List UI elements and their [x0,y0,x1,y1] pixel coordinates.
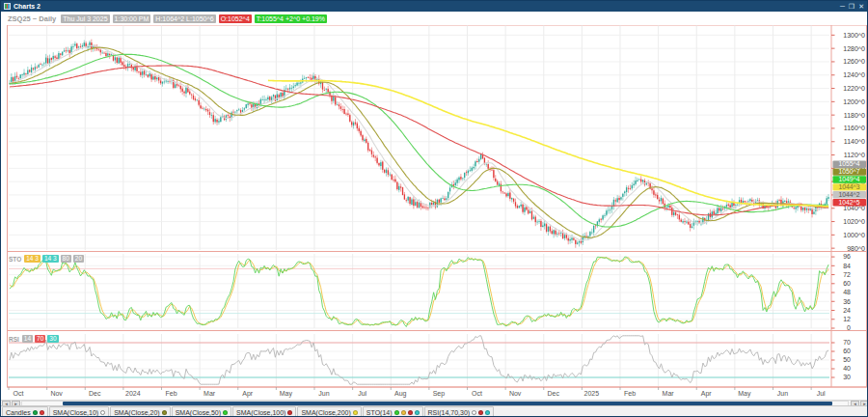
x-axis-label: Feb [624,390,636,397]
x-axis-label: Jun [777,390,788,397]
last-price-badge: 1055^4 [838,160,859,167]
legend-color-dot [415,410,420,415]
rsi-param-badge-2: 30 [47,335,58,343]
x-axis-label: Jun [318,390,329,397]
sma10-value-badge: 1044^2 [838,191,859,198]
rsi-axis-tick: 30 [843,374,851,380]
sto-label: STO [9,256,21,263]
close-button[interactable]: ✕ [858,2,864,11]
sto-param-badge-2: 80 [61,255,71,263]
sto-axis-tick: 48 [843,289,851,295]
x-axis-label: Sep [433,390,446,398]
legend-item-sma-close-100[interactable]: SMA(Close,100) [232,406,296,417]
legend-color-dot [33,410,38,415]
symbol-timeframe-label: ZSQ25 ~ Daily [8,14,56,23]
price-axis-tick: 1280^0 [843,45,865,52]
price-axis-tick: 980^0 [847,245,865,252]
x-axis-label: Jul [817,390,826,397]
legend-item-sto-14[interactable]: STO(14) [363,406,423,417]
sto-param-badge-1: 14 3 [42,255,59,263]
x-axis-label: Dec [548,390,560,397]
legend-item-sma-close-50[interactable]: SMA(Close,50) [172,406,231,417]
sto-axis-tick: 72 [843,271,851,278]
minimize-button[interactable]: ─ [840,2,845,11]
high-low-badge: H:1064^2 L:1050^6 [153,14,215,23]
date-badge: Thu Jul 3 2025 [61,14,109,23]
sto-axis-tick: 96 [843,253,851,260]
sto-param-badge-3: 20 [73,255,84,263]
x-axis-label: 2024 [125,390,141,397]
x-axis-label: Apr [242,390,254,398]
sma20-value-badge: 1050^7 [838,168,859,175]
price-axis-tick: 1300^0 [843,32,865,39]
legend-label: STO(14) [366,409,393,416]
x-axis-label: May [280,390,293,398]
legend-label: RSI(14,70,30) [428,409,471,416]
x-axis-label: Mar [203,390,216,397]
price-axis-tick: 1140^0 [844,138,865,145]
x-axis-label: Dec [89,390,101,397]
sto-pane-header[interactable]: STO 14 314 38020 [9,255,84,263]
sto-percent-d-line [10,258,828,326]
x-axis-label: May [738,390,751,398]
x-axis-label: Nov [50,390,63,397]
legend-label: Candles [6,409,31,416]
chart-canvas[interactable]: OctNovDec2024FebMarAprMayJunJulAugSepOct… [1,1,868,417]
legend-item-candles[interactable]: Candles [2,406,48,417]
legend-item-sma-close-10[interactable]: SMA(Close,10) [49,406,109,417]
chart-window: OctNovDec2024FebMarAprMayJunJulAugSepOct… [0,0,868,417]
rsi-param-badge-1: 70 [35,335,45,343]
sto-axis-tick: 84 [843,263,851,269]
legend-color-dot [478,410,483,415]
legend-item-sma-close-200[interactable]: SMA(Close,200) [297,406,361,417]
legend-color-dot [100,410,105,415]
price-axis-tick: 1180^0 [844,112,865,119]
studies-legend-bar: CandlesSMA(Close,10)SMA(Close,20)SMA(Clo… [1,405,868,417]
sto-percent-k-line [10,257,828,326]
rsi-label: RSI [9,336,19,343]
sma50-value-badge: 1049^4 [838,176,859,182]
legend-label: SMA(Close,200) [301,409,350,416]
x-axis-label: Feb [165,390,176,397]
x-axis-label: Jul [358,390,366,397]
x-axis-label: Nov [509,390,522,397]
x-axis-label: Oct [472,390,482,397]
legend-color-dot [40,410,44,415]
window-controls: ─❐✕ [840,2,864,11]
price-axis-tick: 1160^0 [844,125,865,131]
legend-label: SMA(Close,50) [176,409,221,416]
legend-label: SMA(Close,10) [53,409,98,416]
legend-color-dot [223,410,228,415]
legend-item-sma-close-20[interactable]: SMA(Close,20) [110,406,170,417]
price-axis-tick: 1000^0 [843,232,865,238]
price-axis-tick: 1220^0 [843,85,865,92]
rsi-axis-tick: 60 [843,348,851,354]
x-axis-label: 2025 [584,390,600,397]
price-axis-tick: 1260^0 [843,58,865,65]
window-title: Charts 2 [14,2,41,12]
price-axis-tick: 1020^0 [843,218,865,225]
legend-item-rsi-14-70-30[interactable]: RSI(14,70,30) [424,406,495,417]
chart-toolbar: ZSQ25 ~ Daily Thu Jul 3 2025 1:30:00 PM … [1,12,867,25]
legend-label: SMA(Close,100) [236,409,285,416]
overlay-line-sma-20 [10,47,828,237]
legend-color-dot [408,410,413,415]
sto-param-badge-0: 14 3 [24,255,41,263]
legend-color-dot [162,410,167,415]
time-badge: 1:30:00 PM [113,14,151,23]
legend-color-dot [353,410,358,415]
titlebar[interactable]: Charts 2 ─❐✕ [1,1,867,12]
legend-color-dot [485,410,490,415]
maximize-button[interactable]: ❐ [849,2,854,11]
legend-color-dot [394,410,399,415]
sto-axis-tick: 24 [843,307,851,314]
last-change-badge: T:1055^4 +2^0 +0.19% [255,14,327,23]
rsi-pane-header[interactable]: RSI 147030 [9,335,59,343]
sma100-value-badge: 1042^5 [838,199,859,206]
sto-axis-tick: 0 [847,324,851,331]
sto-axis-tick: 60 [843,280,851,287]
chart-app-icon [4,3,11,10]
legend-color-dot [287,410,292,415]
rsi-axis-tick: 70 [843,339,851,346]
sto-axis-tick: 12 [843,316,851,322]
